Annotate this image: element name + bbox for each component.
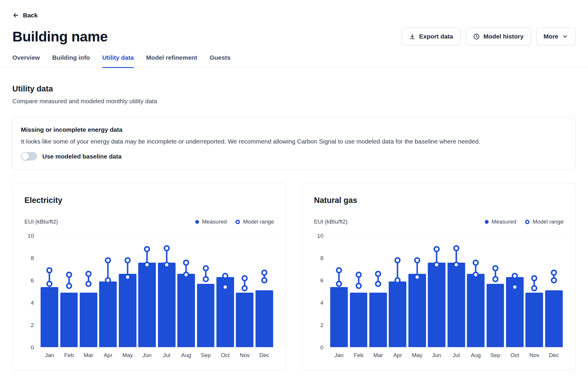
measured-dot-icon bbox=[195, 220, 199, 224]
export-data-button[interactable]: Export data bbox=[402, 28, 461, 45]
model-range-dot[interactable] bbox=[203, 276, 209, 282]
more-button[interactable]: More bbox=[536, 28, 576, 45]
tab-overview[interactable]: Overview bbox=[12, 54, 40, 68]
model-range-dot[interactable] bbox=[105, 277, 111, 284]
model-range-dot[interactable] bbox=[434, 262, 440, 268]
measured-bar[interactable] bbox=[177, 274, 195, 347]
model-range-dot[interactable] bbox=[163, 262, 170, 268]
measured-bar[interactable] bbox=[447, 263, 465, 347]
model-range-dot[interactable] bbox=[66, 283, 72, 289]
y-tick-label: 4 bbox=[31, 300, 34, 306]
measured-bar[interactable] bbox=[428, 263, 445, 347]
x-tick-label: Mar bbox=[368, 352, 388, 359]
measured-bar[interactable] bbox=[119, 274, 136, 347]
measured-bar[interactable] bbox=[526, 293, 543, 347]
model-range-dot[interactable] bbox=[86, 271, 92, 277]
model-range-dot[interactable] bbox=[512, 273, 518, 279]
tab-model-refinement[interactable]: Model refinement bbox=[146, 54, 197, 68]
export-data-label: Export data bbox=[419, 33, 453, 40]
measured-bar[interactable] bbox=[487, 284, 504, 347]
month-column bbox=[505, 236, 524, 347]
model-range-dot[interactable] bbox=[183, 259, 189, 266]
measured-dot-icon bbox=[485, 220, 489, 224]
model-range-dot[interactable] bbox=[222, 284, 228, 290]
measured-bar[interactable] bbox=[545, 290, 563, 347]
y-tick-label: 10 bbox=[317, 233, 323, 239]
model-range-dot[interactable] bbox=[105, 257, 111, 264]
model-range-dot[interactable] bbox=[261, 277, 267, 284]
model-range-dot[interactable] bbox=[144, 262, 150, 268]
model-range-dot[interactable] bbox=[414, 257, 420, 264]
model-range-dot[interactable] bbox=[395, 277, 401, 284]
model-range-dot[interactable] bbox=[355, 272, 362, 278]
x-tick-label: Jun bbox=[137, 352, 157, 359]
model-range-dot[interactable] bbox=[46, 281, 53, 287]
model-range-dot[interactable] bbox=[395, 257, 401, 264]
model-range-dot[interactable] bbox=[453, 262, 459, 268]
model-range-dot[interactable] bbox=[124, 257, 131, 264]
measured-bar[interactable] bbox=[41, 287, 58, 347]
measured-bar[interactable] bbox=[369, 293, 387, 347]
model-history-button[interactable]: Model history bbox=[466, 28, 531, 45]
chart-title: Electricity bbox=[24, 196, 274, 205]
measured-bar[interactable] bbox=[236, 293, 254, 347]
model-range-dot[interactable] bbox=[203, 265, 209, 271]
model-range-dot[interactable] bbox=[242, 275, 248, 281]
x-tick-label: Sep bbox=[485, 352, 505, 359]
measured-bar[interactable] bbox=[255, 290, 273, 347]
model-range-dot[interactable] bbox=[473, 259, 479, 266]
model-range-dot[interactable] bbox=[66, 272, 72, 278]
model-range-dot[interactable] bbox=[414, 274, 420, 280]
model-range-dot[interactable] bbox=[144, 246, 150, 252]
tab-utility-data[interactable]: Utility data bbox=[102, 54, 134, 68]
back-button[interactable]: Back bbox=[12, 12, 38, 19]
model-range-dot[interactable] bbox=[355, 283, 362, 289]
month-column bbox=[329, 236, 349, 347]
use-modeled-baseline-toggle[interactable] bbox=[21, 152, 37, 161]
model-range-dot[interactable] bbox=[473, 272, 479, 278]
x-tick-label: May bbox=[118, 352, 137, 359]
model-range-dot[interactable] bbox=[336, 281, 342, 287]
measured-bar[interactable] bbox=[408, 274, 426, 347]
model-range-dot[interactable] bbox=[531, 275, 537, 281]
model-range-dot[interactable] bbox=[375, 281, 381, 287]
model-range-dot[interactable] bbox=[222, 273, 228, 279]
measured-bar[interactable] bbox=[197, 284, 215, 347]
model-range-dot[interactable] bbox=[551, 269, 557, 276]
tab-guests[interactable]: Guests bbox=[210, 54, 230, 68]
measured-bar[interactable] bbox=[138, 263, 156, 347]
model-range-dot[interactable] bbox=[183, 272, 189, 278]
model-range-dot[interactable] bbox=[551, 277, 557, 284]
measured-bar[interactable] bbox=[80, 293, 97, 347]
model-range-dot[interactable] bbox=[86, 281, 92, 287]
x-tick-label: Jan bbox=[40, 352, 59, 359]
measured-bar[interactable] bbox=[467, 274, 485, 347]
model-range-dot[interactable] bbox=[163, 245, 170, 251]
model-range-dot[interactable] bbox=[453, 245, 459, 251]
x-tick-label: Feb bbox=[349, 352, 368, 359]
measured-bar[interactable] bbox=[158, 263, 176, 347]
model-range-dot[interactable] bbox=[492, 276, 498, 282]
alert-title: Missing or incomplete energy data bbox=[21, 126, 567, 133]
back-label: Back bbox=[23, 12, 38, 19]
measured-bar[interactable] bbox=[60, 293, 78, 347]
model-history-label: Model history bbox=[483, 33, 524, 40]
tab-building-info[interactable]: Building info bbox=[52, 54, 90, 68]
model-range-dot[interactable] bbox=[375, 271, 381, 277]
model-range-dot[interactable] bbox=[46, 267, 53, 274]
month-column bbox=[98, 236, 118, 347]
model-range-dot[interactable] bbox=[261, 269, 267, 276]
month-column bbox=[524, 236, 544, 347]
model-range-dot[interactable] bbox=[512, 284, 518, 290]
model-range-dot[interactable] bbox=[492, 265, 498, 271]
measured-bar[interactable] bbox=[330, 287, 348, 347]
model-range-dot[interactable] bbox=[434, 246, 440, 252]
model-range-dot[interactable] bbox=[336, 267, 342, 274]
measured-bar[interactable] bbox=[389, 281, 407, 347]
measured-bar[interactable] bbox=[350, 293, 368, 347]
model-range-dot[interactable] bbox=[124, 274, 131, 280]
measured-bar[interactable] bbox=[99, 281, 117, 347]
model-range-dot[interactable] bbox=[531, 285, 537, 291]
month-column bbox=[388, 236, 407, 347]
model-range-dot[interactable] bbox=[242, 285, 248, 291]
